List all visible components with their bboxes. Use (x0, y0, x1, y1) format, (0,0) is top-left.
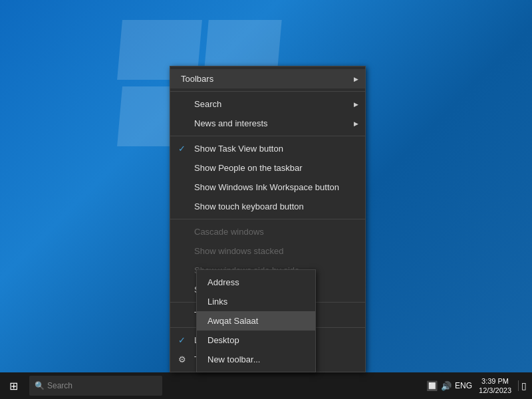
start-button[interactable]: ⊞ (0, 372, 27, 399)
system-tray-icons: 🔲 🔊 ENG (426, 380, 472, 391)
taskbar: ⊞ 🔍 Search 🔲 🔊 ENG 3:39 PM 12/3/2023 ▯ (0, 372, 532, 399)
menu-item-people[interactable]: Show People on the taskbar (170, 158, 365, 178)
taskbar-clock[interactable]: 3:39 PM 12/3/2023 (479, 376, 511, 396)
menu-item-toolbars[interactable]: Toolbars (170, 69, 365, 88)
submenu-item-awqat[interactable]: Awqat Salaat (197, 311, 315, 331)
menu-item-search[interactable]: Search (170, 94, 365, 114)
menu-separator (170, 91, 365, 92)
menu-item-ink[interactable]: Show Windows Ink Workspace button (170, 178, 365, 197)
submenu-item-new-toolbar[interactable]: New toolbar... (197, 350, 315, 369)
language-indicator: ENG (455, 381, 472, 390)
start-icon: ⊞ (9, 380, 18, 392)
clock-date: 12/3/2023 (479, 386, 511, 395)
desktop: Toolbars Search News and interests Show … (0, 0, 532, 399)
taskbar-search[interactable]: 🔍 Search (29, 376, 162, 396)
menu-separator-2 (170, 136, 365, 136)
menu-item-touch-keyboard[interactable]: Show touch keyboard button (170, 197, 365, 216)
menu-item-cascade: Cascade windows (170, 222, 365, 241)
menu-item-news[interactable]: News and interests (170, 114, 365, 133)
menu-item-task-view[interactable]: Show Task View button (170, 139, 365, 158)
taskbar-tray: 🔲 🔊 ENG 3:39 PM 12/3/2023 ▯ (421, 372, 532, 399)
menu-separator-3 (170, 219, 365, 219)
show-desktop-button[interactable]: ▯ (518, 380, 527, 391)
submenu-item-desktop[interactable]: Desktop (197, 331, 315, 350)
people-tray-icon[interactable]: 🔲 (426, 380, 438, 391)
clock-time: 3:39 PM (481, 376, 509, 386)
search-placeholder: Search (47, 381, 72, 390)
submenu-item-links[interactable]: Links (197, 292, 315, 311)
toolbars-submenu: Address Links Awqat Salaat Desktop New t… (196, 269, 316, 372)
menu-item-stacked: Show windows stacked (170, 241, 365, 261)
search-icon: 🔍 (35, 381, 45, 390)
volume-icon[interactable]: 🔊 (441, 381, 452, 391)
submenu-item-address[interactable]: Address (197, 273, 315, 292)
